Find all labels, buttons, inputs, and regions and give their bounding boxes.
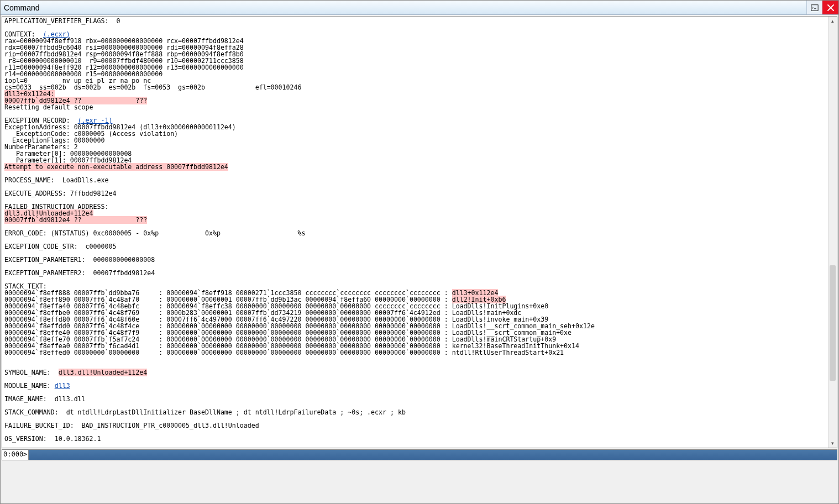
page-background [1,461,838,504]
highlight-attempt-execute: Attempt to execute non-executable addres… [4,163,228,171]
close-button[interactable] [822,1,838,14]
titlebar-buttons [806,1,838,14]
svg-rect-0 [811,4,817,11]
command-icon-button[interactable] [806,1,822,14]
output-pane: APPLICATION_VERIFIER_FLAGS: 0 CONTEXT: (… [2,16,837,448]
vertical-scrollbar[interactable]: ▴ ▾ [828,17,837,448]
highlight-symbol-name: dll3.dll!Unloaded+112e4 [59,369,148,376]
highlight-failed-instr-2: 00007ffb`dd9812e4 ?? ??? [4,216,147,224]
debugger-output[interactable]: APPLICATION_VERIFIER_FLAGS: 0 CONTEXT: (… [2,17,837,443]
titlebar: Command [1,1,838,15]
scroll-down-arrow[interactable]: ▾ [828,439,837,448]
window-title: Command [4,3,40,12]
link-module-dll3[interactable]: dll3 [55,382,70,390]
scroll-thumb[interactable] [830,265,836,381]
command-prompt: 0:000> [2,450,29,460]
command-input[interactable] [29,450,837,460]
scroll-up-arrow[interactable]: ▴ [828,17,837,25]
console-icon [811,4,819,12]
close-icon [827,4,835,12]
command-input-bar: 0:000> [2,449,837,460]
scroll-track[interactable] [828,25,837,439]
